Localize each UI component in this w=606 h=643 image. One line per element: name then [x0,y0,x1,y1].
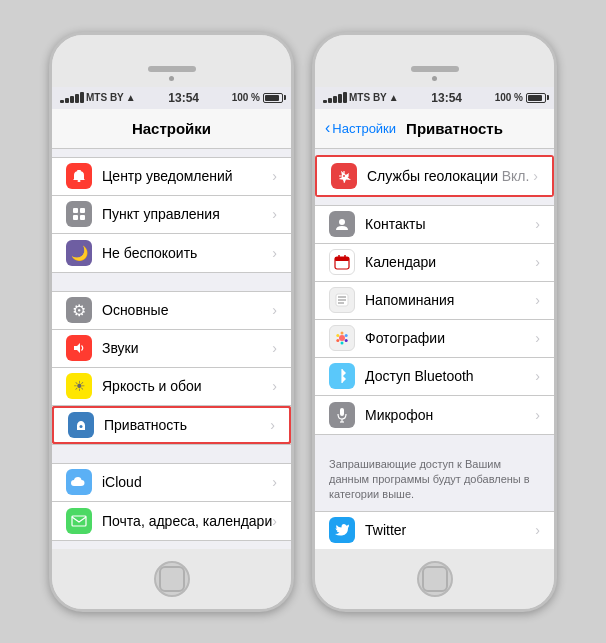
svg-rect-2 [73,208,78,213]
info-text: Запрашивающие доступ к Вашим данным прог… [315,453,554,511]
svg-point-19 [339,335,345,341]
svg-rect-12 [335,257,349,261]
brightness-chevron: › [272,378,277,394]
svg-point-20 [341,332,344,335]
reminders-label: Напоминания [365,292,535,308]
battery-pct-2: 100 % [495,92,523,103]
battery-pct-1: 100 % [232,92,260,103]
settings-item-brightness[interactable]: ☀ Яркость и обои › [52,368,291,406]
status-right-2: 100 % [495,92,546,103]
nav-bar-1: Настройки [52,109,291,149]
phone-2: MTS BY ▲ 13:54 100 % ‹ Настройки Приватн… [312,32,557,612]
signal-dot [328,98,332,103]
icloud-chevron: › [272,474,277,490]
home-button-inner-1 [159,566,185,592]
svg-rect-3 [80,208,85,213]
settings-item-dnd[interactable]: 🌙 Не беспокоить › [52,234,291,272]
settings-group-2: ⚙ Основные › Звуки › [52,291,291,445]
svg-point-21 [345,334,348,337]
back-label: Настройки [332,121,396,136]
mic-label: Микрофон [365,407,535,423]
privacy-item-twitter[interactable]: Twitter › [315,512,554,549]
notifications-icon [66,163,92,189]
svg-point-6 [80,425,83,428]
contacts-label: Контакты [365,216,535,232]
status-bar-2: MTS BY ▲ 13:54 100 % [315,87,554,109]
signal-dot [333,96,337,103]
privacy-item-calendar[interactable]: Календари › [315,244,554,282]
settings-item-mail[interactable]: Почта, адреса, календари › [52,502,291,540]
nav-back-button[interactable]: ‹ Настройки [325,119,396,137]
speaker-1 [148,66,196,72]
nav-title-2: Приватность [406,120,503,137]
privacy-chevron: › [270,417,275,433]
photos-label: Фотографии [365,330,535,346]
camera-dot [169,76,174,81]
home-button-1[interactable] [154,561,190,597]
sounds-label: Звуки [102,340,272,356]
geo-item[interactable]: Службы геолокации Вкл. › [317,157,552,195]
sounds-icon [66,335,92,361]
signal-dot [80,92,84,103]
wifi-1: ▲ [126,92,136,103]
signal-dot [343,92,347,103]
svg-point-9 [343,175,345,177]
privacy-item-contacts[interactable]: Контакты › [315,206,554,244]
status-bar-1: MTS BY ▲ 13:54 100 % [52,87,291,109]
settings-item-general[interactable]: ⚙ Основные › [52,292,291,330]
phone-bottom-2 [315,549,554,609]
carrier-2: MTS BY [349,92,387,103]
control-icon [66,201,92,227]
camera-dots-1 [169,76,174,81]
dnd-label: Не беспокоить [102,245,272,261]
geo-value: Вкл. [502,168,530,184]
icloud-label: iCloud [102,474,272,490]
brightness-icon: ☀ [66,373,92,399]
signal-dots-1 [60,92,84,103]
screen-content-1: Яблык Центр уведомлений › [52,149,291,549]
privacy-item-reminders[interactable]: Напоминания › [315,282,554,320]
status-left-1: MTS BY ▲ [60,92,136,103]
screen-content-2: Службы геолокации Вкл. › Контакты › [315,149,554,549]
time-2: 13:54 [431,91,462,105]
twitter-icon [329,517,355,543]
signal-dot [60,100,64,103]
calendar-chevron: › [535,254,540,270]
mic-icon [329,402,355,428]
bluetooth-label: Доступ Bluetooth [365,368,535,384]
brightness-label: Яркость и обои [102,378,272,394]
mail-chevron: › [272,513,277,529]
signal-dot [70,96,74,103]
status-right-1: 100 % [232,92,283,103]
control-chevron: › [272,206,277,222]
speaker-2 [411,66,459,72]
home-button-2[interactable] [417,561,453,597]
settings-item-sounds[interactable]: Звуки › [52,330,291,368]
svg-rect-27 [340,408,344,416]
signal-dot [65,98,69,103]
privacy-item-mic[interactable]: Микрофон › [315,396,554,434]
mail-label: Почта, адреса, календари [102,513,272,529]
privacy-item-bluetooth[interactable]: Доступ Bluetooth › [315,358,554,396]
home-button-inner-2 [422,566,448,592]
dnd-icon: 🌙 [66,240,92,266]
twitter-label: Twitter [365,522,535,538]
contacts-icon [329,211,355,237]
battery-icon-1 [263,93,283,103]
settings-group-1: Центр уведомлений › Пункт управления › [52,157,291,273]
control-label: Пункт управления [102,206,272,222]
settings-item-control[interactable]: Пункт управления › [52,196,291,234]
calendar-icon [329,249,355,275]
privacy-item-photos[interactable]: Фотографии › [315,320,554,358]
contacts-chevron: › [535,216,540,232]
settings-item-privacy[interactable]: Приватность › [52,406,291,444]
camera-dots-2 [432,76,437,81]
settings-item-notifications[interactable]: Центр уведомлений › [52,158,291,196]
svg-rect-4 [73,215,78,220]
dnd-chevron: › [272,245,277,261]
geo-icon [331,163,357,189]
settings-item-icloud[interactable]: iCloud › [52,464,291,502]
geo-chevron: › [533,168,538,184]
svg-rect-7 [72,516,86,526]
phones-container: MTS BY ▲ 13:54 100 % Настройки Яблык [29,12,577,632]
